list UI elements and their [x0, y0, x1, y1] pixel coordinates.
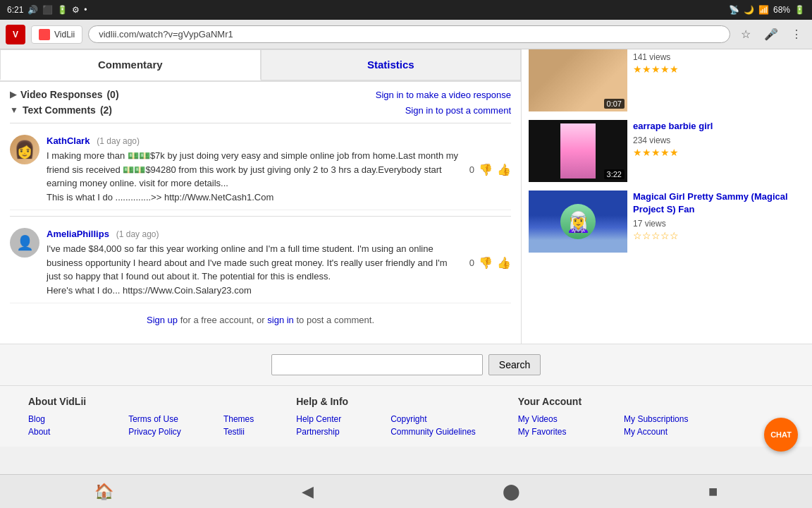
thumb-3[interactable]: 🧝‍♀️ — [529, 190, 627, 253]
video-responses-text: Video Responses — [20, 89, 102, 100]
tab-statistics[interactable]: Statistics — [261, 49, 522, 80]
footer-link-terms[interactable]: Terms of Use — [128, 414, 181, 424]
video-views-2: 234 views — [633, 135, 805, 145]
media-icon: ⬛ — [42, 5, 53, 15]
status-right: 📡 🌙 📶 68% 🔋 — [729, 5, 805, 15]
comment-item-2: 👤 AmeliaPhillips (1 day ago) I've made $… — [10, 222, 511, 303]
search-input[interactable] — [271, 354, 483, 375]
footer-about-heading: About VidLii — [28, 396, 86, 407]
footer-link-blog[interactable]: Blog — [28, 414, 86, 424]
footer-col-themes: Themes Testlii — [223, 396, 254, 437]
sign-in-video-link[interactable]: Sign in to make a video response — [376, 90, 511, 100]
thumbup-btn-1[interactable]: 👍 — [497, 163, 511, 176]
comment-body-1: KathClark (1 day ago) I making more than… — [47, 135, 462, 204]
footer-link-themes[interactable]: Themes — [223, 414, 254, 424]
footer-link-myfavorites[interactable]: My Favorites — [518, 427, 582, 437]
duration-1: 0:07 — [604, 99, 625, 109]
stars-1: ★★★★★ — [633, 64, 805, 75]
tab-favicon — [39, 29, 50, 40]
vote-count-1: 0 — [469, 164, 474, 175]
browser-logo: V — [6, 25, 25, 44]
text-comments-count: (2) — [100, 104, 112, 116]
thumbdown-btn-1[interactable]: 👎 — [479, 163, 493, 176]
sidebar-video-1: 0:07 141 views ★★★★★ — [529, 49, 805, 111]
url-bar[interactable]: vidlii.com/watch?v=gVypGaNMr1 — [88, 25, 730, 43]
footer-link-copyright[interactable]: Copyright — [390, 414, 476, 424]
tab-label: VidLii — [54, 30, 75, 40]
triangle-icon: ▶ — [10, 90, 16, 99]
video-info-3: Magical Girl Pretty Sammy (Magical Proje… — [633, 190, 805, 241]
footer-link-guidelines[interactable]: Community Guidelines — [390, 427, 476, 437]
thumb-2[interactable]: 3:22 — [529, 120, 627, 182]
more-icon[interactable]: ⋮ — [787, 25, 806, 44]
browser-tab[interactable]: VidLii — [31, 25, 82, 44]
right-panel: 0:07 141 views ★★★★★ 3:22 earrape barbie… — [522, 49, 812, 344]
settings-icon: ⚙ — [72, 5, 80, 15]
footer-col-account: Your Account My Videos My Favorites — [518, 396, 582, 437]
comment-body-2: AmeliaPhillips (1 day ago) I've made $84… — [47, 228, 462, 297]
battery-icon: 🔋 — [57, 5, 68, 15]
signup-row: Sign up for a free account, or sign in t… — [10, 303, 511, 337]
moon-icon: 🌙 — [744, 5, 754, 15]
video-title-3[interactable]: Magical Girl Pretty Sammy (Magical Proje… — [633, 190, 805, 216]
footer-links: About VidLii Blog About Terms of Use Pri… — [0, 385, 812, 447]
comment-text-1: I making more than 💵💵$7k by just doing v… — [47, 149, 462, 204]
duration-2: 3:22 — [604, 169, 625, 179]
comment-divider-2 — [10, 216, 511, 217]
video-views-1: 141 views — [633, 52, 805, 62]
bookmark-icon[interactable]: ☆ — [736, 25, 756, 44]
footer-link-helpcenter[interactable]: Help Center — [296, 414, 348, 424]
footer-col-copyright: Copyright Community Guidelines — [390, 396, 476, 437]
battery-percent: 68% — [773, 5, 790, 15]
comments-section: ▶ Video Responses (0) Sign in to make a … — [0, 82, 521, 344]
comment-actions-2: 0 👎 👍 — [469, 228, 511, 297]
thumb-1[interactable]: 0:07 — [529, 49, 627, 111]
footer-copyright-spacer — [390, 396, 476, 407]
footer-link-subscriptions[interactable]: My Subscriptions — [624, 414, 688, 424]
footer-help-heading: Help & Info — [296, 396, 348, 407]
footer-col-help: Help & Info Help Center Partnership — [296, 396, 348, 437]
sidebar-video-2: 3:22 earrape barbie girl 234 views ★★★★★ — [529, 120, 805, 182]
signup-link[interactable]: Sign up — [147, 315, 178, 325]
main-content: Commentary Statistics ▶ Video Responses … — [0, 49, 812, 344]
comment-author-2[interactable]: AmeliaPhillips — [47, 229, 109, 239]
footer-link-testlii[interactable]: Testlii — [223, 427, 254, 437]
signin-link[interactable]: sign in — [267, 315, 294, 325]
sign-in-post-link[interactable]: Sign in to post a comment — [405, 105, 511, 116]
footer-link-partnership[interactable]: Partnership — [296, 427, 348, 437]
vote-count-2: 0 — [469, 258, 474, 268]
comment-actions-1: 0 👎 👍 — [469, 135, 511, 204]
video-views-3: 17 views — [633, 219, 805, 229]
footer-account-extra-spacer — [624, 396, 688, 407]
battery-visual: 🔋 — [794, 5, 805, 15]
thumb-img-3: 🧝‍♀️ — [529, 190, 627, 253]
footer-terms-spacer — [128, 396, 181, 407]
stars-3: ☆☆☆☆☆ — [633, 230, 805, 241]
footer-col-account-extra: My Subscriptions My Account — [624, 396, 688, 437]
video-responses-count: (0) — [106, 89, 118, 100]
footer-link-about[interactable]: About — [28, 427, 86, 437]
fab-chat[interactable]: CHAT — [764, 418, 798, 447]
comment-time-1: (1 day ago) — [97, 136, 140, 146]
footer-link-myvideos[interactable]: My Videos — [518, 414, 582, 424]
mic-icon[interactable]: 🎤 — [761, 25, 781, 44]
search-button[interactable]: Search — [488, 354, 541, 375]
dot-icon: • — [84, 5, 87, 15]
avatar-1: 👩 — [10, 135, 39, 164]
thumbup-btn-2[interactable]: 👍 — [497, 256, 511, 270]
footer-link-myaccount[interactable]: My Account — [624, 427, 688, 437]
tab-commentary[interactable]: Commentary — [0, 49, 261, 80]
video-title-2[interactable]: earrape barbie girl — [633, 120, 805, 133]
video-info-1: 141 views ★★★★★ — [633, 49, 805, 75]
footer-col-terms: Terms of Use Privacy Policy — [128, 396, 181, 437]
browser-bar: V VidLii vidlii.com/watch?v=gVypGaNMr1 ☆… — [0, 20, 812, 49]
time-display: 6:21 — [7, 5, 23, 15]
text-comments-row: ▼ Text Comments (2) Sign in to post a co… — [10, 104, 511, 116]
left-panel: Commentary Statistics ▶ Video Responses … — [0, 49, 522, 344]
comment-item-1: 👩 KathClark (1 day ago) I making more th… — [10, 129, 511, 210]
comment-author-1[interactable]: KathClark — [47, 135, 90, 146]
thumbdown-btn-2[interactable]: 👎 — [479, 256, 493, 270]
video-info-2: earrape barbie girl 234 views ★★★★★ — [633, 120, 805, 158]
text-comments-text: Text Comments — [23, 104, 96, 116]
footer-link-privacy[interactable]: Privacy Policy — [128, 427, 181, 437]
